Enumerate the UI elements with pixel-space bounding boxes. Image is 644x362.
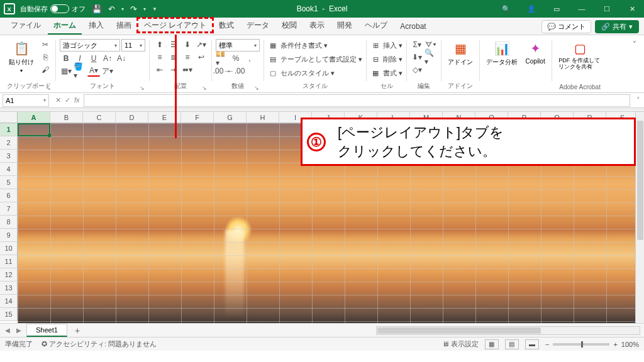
delete-cells-button[interactable]: ⊟削除 ▾ (370, 53, 402, 65)
accounting-format-button[interactable]: 💴▾ (216, 53, 228, 64)
row-header[interactable]: 2 (0, 136, 18, 150)
fill-button[interactable]: ⬇▾ (411, 52, 423, 63)
save-button[interactable]: 💾 (92, 4, 102, 14)
column-header[interactable]: A (18, 112, 50, 123)
row-header[interactable]: 1 (0, 123, 18, 136)
row-header[interactable]: 9 (0, 229, 18, 242)
column-header[interactable]: H (247, 112, 279, 123)
search-icon[interactable]: 🔍 (498, 3, 514, 15)
row-header[interactable]: 5 (0, 176, 18, 189)
enter-icon[interactable]: ✓ (65, 96, 70, 104)
undo-button[interactable]: ↶ (108, 4, 115, 14)
format-cells-button[interactable]: ▦書式 ▾ (370, 67, 402, 79)
underline-button[interactable]: U (87, 53, 100, 64)
qat-customize[interactable]: ▼ (152, 6, 157, 12)
dialog-launcher-icon[interactable]: ↘ (201, 85, 208, 91)
tab-help[interactable]: ヘルプ (359, 17, 393, 35)
addins-button[interactable]: ▦アドイン (445, 39, 475, 68)
autosum-button[interactable]: Σ▾ (411, 39, 423, 50)
zoom-out-button[interactable]: − (545, 341, 549, 348)
redo-button[interactable]: ↷ (130, 4, 137, 14)
row-header[interactable]: 14 (0, 295, 18, 308)
zoom-level[interactable]: 100% (621, 341, 639, 348)
tab-view[interactable]: 表示 (304, 17, 330, 35)
row-header[interactable]: 7 (0, 202, 18, 216)
maximize-button[interactable]: ☐ (599, 3, 615, 15)
decrease-indent-button[interactable]: ⇤ (153, 64, 166, 75)
cell-styles-button[interactable]: ▢セルのスタイル ▾ (268, 67, 335, 79)
column-header[interactable]: B (50, 112, 83, 123)
increase-indent-button[interactable]: ⇥ (167, 64, 180, 75)
align-middle-button[interactable]: ☰ (167, 39, 180, 50)
row-header[interactable]: 11 (0, 255, 18, 268)
tab-acrobat[interactable]: Acrobat (394, 19, 431, 35)
page-layout-view-button[interactable]: ▤ (505, 339, 519, 349)
normal-view-button[interactable]: ▦ (485, 339, 499, 349)
comments-button[interactable]: 💬 コメント (541, 20, 591, 33)
dialog-launcher-icon[interactable]: ↘ (253, 85, 260, 91)
row-header[interactable]: 15 (0, 308, 18, 321)
formula-input[interactable] (84, 94, 630, 107)
row-header[interactable]: 8 (0, 216, 18, 229)
select-all-button[interactable] (0, 112, 18, 123)
increase-font-button[interactable]: A↑ (101, 53, 114, 64)
tab-insert[interactable]: 挿入 (83, 17, 109, 35)
comma-button[interactable]: , (243, 53, 256, 64)
decrease-font-button[interactable]: A↓ (115, 53, 128, 64)
sheet-nav-prev[interactable]: ◀ (4, 327, 11, 334)
share-button[interactable]: 🔗 共有 ▾ (595, 20, 639, 33)
align-bottom-button[interactable]: ⬇ (181, 39, 194, 50)
tab-home[interactable]: ホーム (48, 17, 82, 35)
add-sheet-button[interactable]: + (71, 326, 84, 336)
paste-button[interactable]: 📋 貼り付け▾ (6, 39, 36, 75)
wrap-text-button[interactable]: ↩ (195, 52, 208, 63)
column-header[interactable]: C (83, 112, 116, 123)
copy-button[interactable]: ⎘ (39, 52, 52, 63)
cancel-icon[interactable]: ✕ (55, 96, 61, 104)
accessibility-status[interactable]: ✪ アクセシビリティ: 問題ありません (42, 339, 157, 349)
cut-button[interactable]: ✂ (39, 39, 52, 50)
tab-page-layout[interactable]: ページ レイアウト (138, 17, 212, 35)
find-select-button[interactable]: 🔍▾ (425, 52, 437, 63)
horizontal-scrollbar[interactable] (376, 326, 640, 335)
row-header[interactable]: 4 (0, 163, 18, 176)
expand-formula-bar-button[interactable]: ˅ (633, 96, 644, 104)
align-top-button[interactable]: ⬆ (153, 39, 166, 50)
sheet-tab[interactable]: Sheet1 (26, 324, 67, 337)
row-header[interactable]: 3 (0, 150, 18, 163)
orientation-button[interactable]: ↗▾ (195, 39, 208, 50)
close-button[interactable]: ✕ (624, 3, 640, 15)
copilot-button[interactable]: ✦Copilot (523, 39, 548, 66)
sheet-nav-next[interactable]: ▶ (15, 327, 23, 334)
ribbon-display-icon[interactable]: ▭ (548, 3, 565, 15)
column-header[interactable]: G (214, 112, 247, 123)
tab-file[interactable]: ファイル (5, 17, 47, 35)
row-header[interactable]: 6 (0, 189, 18, 202)
tab-review[interactable]: 校閲 (276, 17, 303, 35)
tab-draw[interactable]: 描画 (111, 17, 137, 35)
minimize-button[interactable]: — (574, 3, 590, 15)
bold-button[interactable]: B (60, 53, 72, 64)
merge-button[interactable]: ⬌▾ (181, 64, 194, 75)
vertical-scrollbar[interactable] (635, 112, 644, 323)
font-color-button[interactable]: A▾ (87, 65, 100, 77)
insert-cells-button[interactable]: ⊞挿入 ▾ (370, 39, 402, 52)
clear-button[interactable]: ◇▾ (411, 64, 423, 75)
name-box[interactable]: A1▾ (3, 94, 49, 107)
fill-color-button[interactable]: 🪣▾ (74, 65, 86, 77)
format-as-table-button[interactable]: ▤テーブルとして書式設定 ▾ (268, 53, 362, 65)
analyze-data-button[interactable]: 📊データ分析 (484, 39, 520, 68)
font-size-dropdown[interactable]: 11▾ (121, 39, 145, 52)
display-settings-button[interactable]: 🖥 表示設定 (442, 339, 479, 349)
phonetic-button[interactable]: ア▾ (101, 65, 114, 77)
row-header[interactable]: 10 (0, 242, 18, 255)
align-right-button[interactable]: ≡ (181, 52, 194, 63)
page-break-view-button[interactable]: ▬ (525, 339, 539, 349)
autosave-toggle[interactable]: 自動保存 オフ (20, 4, 86, 14)
tab-formulas[interactable]: 数式 (213, 17, 240, 35)
decrease-decimal-button[interactable]: ←.00 (230, 65, 242, 77)
align-left-button[interactable]: ≡ (153, 52, 166, 63)
percent-button[interactable]: % (230, 53, 242, 64)
format-painter-button[interactable]: 🖌 (39, 64, 52, 75)
dialog-launcher-icon[interactable]: ↘ (45, 85, 52, 91)
